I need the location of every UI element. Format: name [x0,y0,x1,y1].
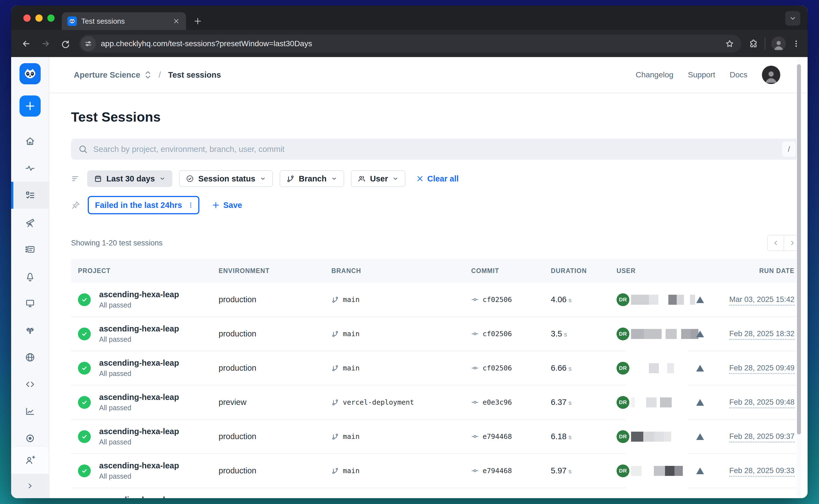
chrome-menu-icon[interactable] [792,40,800,48]
column-user: USER [617,267,720,275]
duration-value: 4.06 [551,295,567,304]
support-link[interactable]: Support [688,70,715,79]
address-bar[interactable]: app.checklyhq.com/test-sessions?presetWi… [79,35,741,53]
branch-cell: vercel-deployment [331,398,471,406]
table-row[interactable]: ascending-hexa-leap All passed productio… [71,351,801,385]
user-cell: DR [617,454,720,488]
censor-block [649,363,659,373]
reload-icon[interactable] [57,36,73,51]
commit-cell: cf02506 [471,330,551,338]
tab-strip: Test sessions [11,6,808,30]
tab-search-button[interactable] [785,11,800,26]
censored-username [631,432,671,442]
project-cell: ascending-hexa-leap All passed [71,461,219,480]
run-date-link[interactable]: Feb 28, 2025 09:49 [729,364,795,374]
git-branch-icon [331,296,339,303]
back-icon[interactable] [18,36,34,51]
bookmark-star-icon[interactable] [721,39,739,48]
users-icon [357,174,366,183]
org-switcher[interactable]: Aperture Science [74,70,151,80]
kebab-menu-icon[interactable] [187,201,194,209]
user-cell: DR [617,385,720,419]
censor-block [662,329,666,339]
checkly-favicon-icon [67,16,77,26]
tab-close-icon[interactable] [172,17,180,25]
changelog-link[interactable]: Changelog [636,70,673,79]
search-bar[interactable]: / [71,139,801,160]
chevron-down-icon [159,175,166,182]
search-input[interactable] [93,145,777,154]
filter-branch[interactable]: Branch [279,170,344,187]
filter-user[interactable]: User [351,170,406,187]
table-row[interactable]: ascending-hexa-leap All passed productio… [71,454,801,488]
chevron-down-icon [392,175,399,182]
censor-block [654,466,665,476]
sidebar-item-analytics[interactable] [11,398,49,425]
run-date-link[interactable]: Feb 28, 2025 18:32 [729,330,795,340]
sidebar-item-test-sessions[interactable] [11,182,49,209]
sidebar-item-home[interactable] [11,128,49,155]
browser-tab[interactable]: Test sessions [62,12,186,30]
saved-filter-pill[interactable]: Failed in the last 24hrs [88,196,199,214]
column-environment: ENVIRONMENT [219,267,331,275]
extensions-icon[interactable] [749,39,759,48]
session-status: All passed [99,301,179,309]
run-date-cell: Feb 28, 2025 09:48 [720,398,801,407]
sidebar-item-private-locations[interactable] [11,344,49,371]
sidebar-item-telescope[interactable] [11,209,49,236]
sidebar-item-activity[interactable] [11,155,49,182]
chrome-profile-avatar[interactable] [771,36,786,51]
docs-link[interactable]: Docs [730,70,747,79]
duration-unit: s [564,331,567,338]
branch-cell: main [331,364,471,372]
browser-toolbar: app.checklyhq.com/test-sessions?presetWi… [11,30,808,57]
run-date-link[interactable]: Feb 28, 2025 09:48 [729,398,795,408]
new-tab-button[interactable] [190,13,205,29]
pagination [767,235,801,251]
filter-date-range[interactable]: Last 30 days [87,170,172,187]
user-cell: DR [617,317,720,351]
sidebar-item-alerts[interactable] [11,263,49,290]
user-avatar-badge: DR [617,293,629,306]
censored-username [631,363,674,373]
sidebar-expand-button[interactable] [11,474,49,498]
sidebar-item-monitors[interactable] [11,236,49,263]
column-branch: BRANCH [331,267,471,275]
table-row[interactable]: ascending-hexa-leap All passed productio… [71,420,801,454]
clear-all-button[interactable]: Clear all [416,174,459,183]
checkly-logo-icon[interactable] [19,63,41,84]
commit-hash: cf02506 [483,296,512,304]
table-row[interactable]: ascending-hexa-leap All passed productio… [71,283,801,317]
run-date-link[interactable]: Mar 03, 2025 15:42 [729,295,795,306]
table-row[interactable]: ascending-hexa-leap All passed productio… [71,488,801,498]
fullscreen-window-button[interactable] [47,14,55,22]
sidebar-item-maintenance[interactable] [11,317,49,344]
user-cell: DR [617,420,720,453]
commit-hash: e794468 [483,432,512,441]
sidebar-item-cli[interactable] [11,371,49,398]
duration-cell: 6.66s [551,363,617,373]
create-new-button[interactable] [19,95,41,117]
user-cell: DR [617,351,720,385]
sidebar-item-status-pages[interactable] [11,290,49,317]
prev-page-button[interactable] [767,235,784,251]
run-date-cell: Feb 28, 2025 09:49 [720,364,801,372]
close-window-button[interactable] [23,14,31,22]
forward-icon[interactable] [38,36,53,51]
chevron-down-icon [259,175,266,182]
save-filter-button[interactable]: Save [212,201,242,210]
invite-user-button[interactable] [11,446,49,474]
table-row[interactable]: ascending-hexa-leap All passed preview v… [71,385,801,420]
commit-hash: cf02506 [483,364,512,372]
scrollbar-thumb[interactable] [797,64,801,434]
run-date-cell: Feb 28, 2025 09:37 [720,432,801,441]
session-status: All passed [99,404,179,412]
minimize-window-button[interactable] [35,14,43,22]
filter-session-status[interactable]: Session status [179,170,273,187]
user-avatar[interactable] [762,66,780,84]
branch-name: vercel-deployment [343,398,414,406]
run-date-link[interactable]: Feb 28, 2025 09:37 [729,432,795,442]
table-row[interactable]: ascending-hexa-leap All passed productio… [71,317,801,351]
site-settings-icon[interactable] [81,36,96,51]
run-date-link[interactable]: Feb 28, 2025 09:33 [729,466,795,477]
